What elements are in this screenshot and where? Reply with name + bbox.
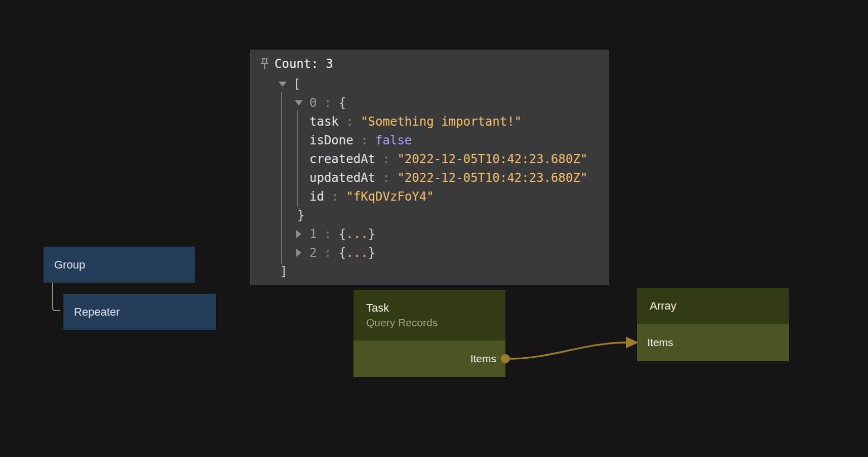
json-tree: [ 0 : { task : "Something important!" is… — [251, 74, 609, 281]
collapse-toggle-icon[interactable] — [278, 80, 287, 89]
tree-row-item-1: 1 : {...} — [251, 224, 609, 243]
array-items-input-port[interactable]: Items — [647, 336, 673, 349]
panel-title: Count: 3 — [274, 57, 333, 71]
tree-row-isdone: isDone : false — [251, 131, 609, 149]
indent-guide-line — [281, 92, 282, 264]
node-array-ports: Items — [637, 324, 789, 361]
tree-row-item-0: 0 : { — [251, 93, 609, 112]
hierarchy-connector-line — [53, 283, 60, 311]
pin-icon[interactable] — [259, 57, 270, 70]
node-task-title: Task — [366, 300, 505, 316]
node-repeater[interactable]: Repeater — [63, 294, 216, 330]
node-editor-canvas[interactable]: { "colors": { "background": "#151515", "… — [0, 0, 868, 457]
tree-row-array-close: ] — [251, 262, 609, 281]
task-items-output-port[interactable]: Items — [470, 353, 496, 365]
tree-row-updatedat: updatedAt : "2022-12-05T10:42:23.680Z" — [251, 168, 609, 187]
tree-row-createdat: createdAt : "2022-12-05T10:42:23.680Z" — [251, 149, 609, 168]
node-task-query-records[interactable]: Task Query Records Items — [353, 290, 505, 377]
debug-value-panel[interactable]: Count: 3 [ 0 : { task : "Something impor… — [250, 50, 609, 285]
tree-row-array-open: [ — [251, 74, 609, 93]
tree-row-item-2: 2 : {...} — [251, 243, 609, 262]
node-repeater-label: Repeater — [74, 306, 120, 319]
node-array-title: Array — [650, 298, 789, 314]
tree-row-object-close: } — [251, 206, 609, 224]
debug-panel-header: Count: 3 — [251, 54, 609, 73]
indent-guide-line — [297, 110, 298, 207]
tree-row-id: id : "fKqDVzFoY4" — [251, 187, 609, 206]
tree-row-task: task : "Something important!" — [251, 112, 609, 131]
node-task-subtitle: Query Records — [366, 316, 505, 330]
node-array-header: Array — [637, 288, 789, 324]
collapse-toggle-icon[interactable] — [294, 98, 303, 107]
expand-toggle-icon[interactable] — [294, 230, 303, 239]
connection-wire[interactable] — [509, 342, 628, 359]
node-group[interactable]: Group — [44, 247, 195, 283]
node-array[interactable]: Array Items — [637, 288, 789, 361]
node-group-label: Group — [54, 258, 85, 272]
node-task-header: Task Query Records — [353, 290, 505, 340]
expand-toggle-icon[interactable] — [294, 248, 303, 257]
node-task-ports: Items — [353, 340, 505, 377]
